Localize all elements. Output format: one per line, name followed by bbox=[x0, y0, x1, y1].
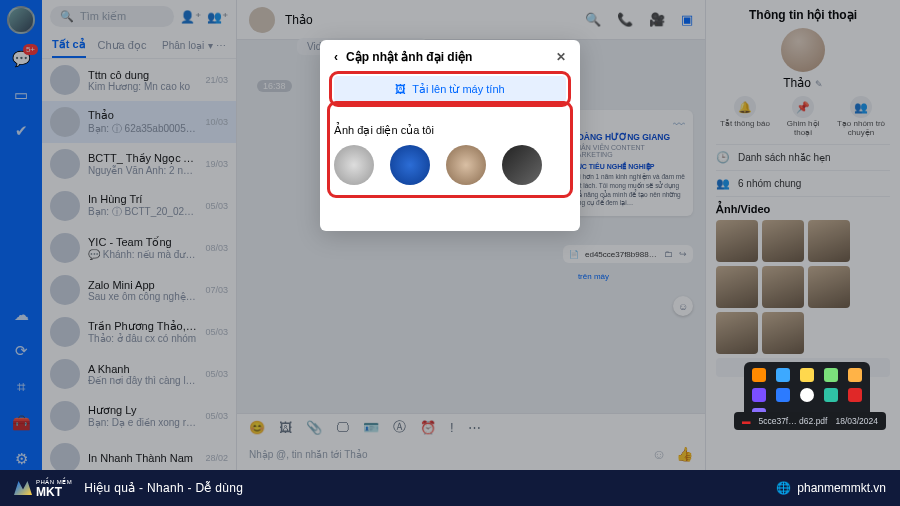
brand-footer: PHẦN MỀM MKT Hiệu quả - Nhanh - Dễ dùng … bbox=[0, 470, 900, 506]
back-icon[interactable]: ‹ bbox=[334, 50, 338, 64]
avatar-choice[interactable] bbox=[390, 145, 430, 185]
app-window: 💬5+ ▭ ✔ ☁ ⟳ ⌗ 🧰 ⚙ 🔍 Tìm kiếm 👤⁺ 👥⁺ Tất c… bbox=[0, 0, 900, 470]
taskbar-file-date: 18/03/2024 bbox=[835, 416, 878, 426]
footer-site[interactable]: 🌐 phanmemmkt.vn bbox=[776, 481, 886, 495]
my-avatars-section: Ảnh đại diện của tôi bbox=[334, 108, 566, 191]
mkt-logo: PHẦN MỀM MKT bbox=[14, 478, 72, 499]
taskbar-doc[interactable]: ▬ 5cce37f… d62.pdf 18/03/2024 bbox=[734, 412, 886, 430]
modal-title: Cập nhật ảnh đại diện bbox=[346, 50, 472, 64]
my-avatars-label: Ảnh đại diện của tôi bbox=[334, 124, 566, 137]
footer-slogan: Hiệu quả - Nhanh - Dễ dùng bbox=[84, 481, 243, 495]
update-avatar-modal: ‹ Cập nhật ảnh đại diện ✕ 🖼 Tải lên từ m… bbox=[320, 40, 580, 231]
globe-icon: 🌐 bbox=[776, 481, 791, 495]
upload-from-computer-button[interactable]: 🖼 Tải lên từ máy tính bbox=[334, 76, 566, 102]
taskbar-file-name: 5cce37f… d62.pdf bbox=[758, 416, 827, 426]
pdf-icon: ▬ bbox=[742, 416, 751, 426]
upload-label: Tải lên từ máy tính bbox=[412, 83, 504, 96]
avatar-choice[interactable] bbox=[446, 145, 486, 185]
close-icon[interactable]: ✕ bbox=[556, 50, 566, 64]
image-upload-icon: 🖼 bbox=[395, 83, 406, 95]
avatar-choice[interactable] bbox=[334, 145, 374, 185]
avatar-choice[interactable] bbox=[502, 145, 542, 185]
